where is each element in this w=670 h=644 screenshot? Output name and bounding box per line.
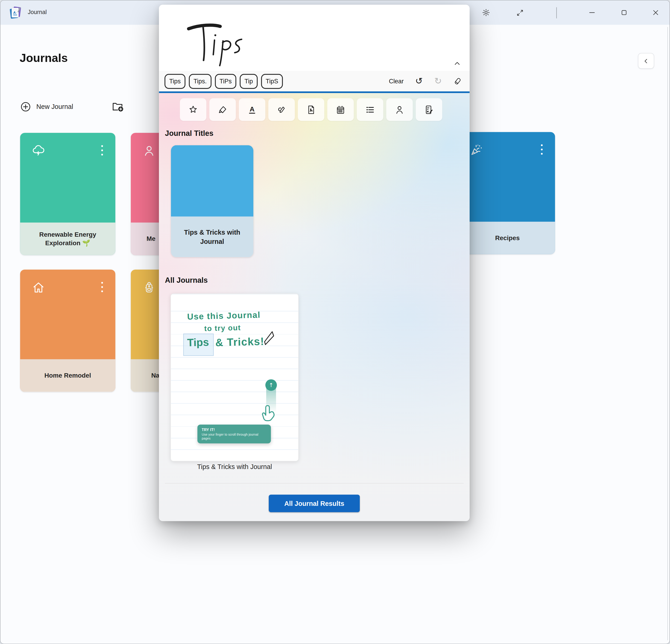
journal-app-window: Journal Journals New Journal (0, 0, 670, 644)
suggestion-chip[interactable]: TipS (261, 74, 283, 88)
text-filter-button[interactable]: A (239, 98, 265, 121)
section-heading-journal-titles: Journal Titles (165, 129, 214, 138)
page-title: Journals (19, 52, 68, 65)
backpack-icon (142, 281, 156, 294)
journal-page-result-preview[interactable]: Use this Journal to try out Tips & Trick… (171, 293, 299, 462)
suggestion-chip[interactable]: TiPs (215, 74, 237, 88)
new-journal-label: New Journal (36, 103, 73, 110)
accent-divider (159, 92, 470, 93)
handwriting-input-area[interactable]: Tips (159, 4, 470, 71)
new-journal-button[interactable]: New Journal (20, 101, 73, 112)
up-arrow-icon: ↑ (269, 382, 273, 388)
suggestion-chip[interactable]: Tips (164, 74, 185, 88)
page-handwriting-line2: to try out (204, 323, 241, 333)
text-icon: A (249, 105, 255, 114)
calendar-filter-button[interactable] (327, 98, 354, 121)
highlighter-filter-button[interactable] (209, 98, 236, 121)
pdf-file-icon (306, 105, 316, 115)
person-icon (142, 144, 156, 157)
handwriting-search-overlay: Tips Tips Tips. TiPs Tip TipS Clear (159, 4, 470, 521)
titlebar-divider (556, 8, 557, 18)
eraser-icon[interactable] (453, 77, 462, 85)
search-results-area: A (159, 93, 470, 521)
chevron-left-icon (643, 57, 649, 65)
redo-icon: ↻ (434, 77, 442, 86)
notes-pen-icon (424, 105, 434, 115)
scroll-up-indicator: ↑ (265, 379, 277, 391)
suggestion-chip[interactable]: Tips. (189, 74, 212, 88)
results-divider (165, 483, 464, 483)
tooltip-body: Use your finger to scroll through journa… (202, 433, 267, 440)
highlighter-icon (217, 105, 228, 115)
bulleted-list-icon (365, 105, 375, 115)
search-match-word: Tips (187, 336, 209, 349)
pointing-hand-icon (261, 404, 279, 426)
card-menu-kebab-icon[interactable] (539, 143, 545, 156)
page-handwriting-line1: Use this Journal (187, 310, 260, 321)
handwritten-query-ink (184, 19, 261, 67)
journal-card-label: Renewable Energy Exploration 🌱 (20, 223, 116, 255)
journal-app-icon (9, 6, 22, 19)
corrections-filter-button[interactable] (416, 98, 442, 121)
collapse-panel-chevron-left-button[interactable] (638, 53, 654, 69)
journal-title-result-label: Tips & Tricks with Journal (171, 217, 253, 257)
maximize-button[interactable] (616, 0, 631, 25)
people-filter-button[interactable] (386, 98, 413, 121)
close-button[interactable] (648, 0, 663, 25)
journal-title-result-cover (171, 145, 253, 217)
card-menu-kebab-icon[interactable] (99, 144, 105, 157)
new-folder-icon[interactable] (111, 100, 124, 113)
window-scrollbar[interactable] (667, 27, 668, 640)
journal-title-result-card[interactable]: Tips & Tricks with Journal (171, 145, 253, 257)
cloud-lightning-icon (31, 144, 45, 157)
undo-icon[interactable]: ↺ (415, 77, 423, 86)
celebration-icon (470, 143, 483, 156)
home-icon (31, 281, 45, 294)
chevron-up-icon (453, 60, 461, 67)
suggestion-chip[interactable]: Tip (240, 74, 257, 88)
calendar-icon (335, 105, 346, 115)
fullscreen-expand-icon[interactable] (512, 0, 528, 25)
person-icon (394, 105, 405, 115)
search-filter-toolbar: A (180, 98, 442, 121)
page-result-caption: Tips & Tricks with Journal (171, 463, 299, 471)
journal-card-label: Recipes (460, 222, 555, 254)
ink-filter-button[interactable] (268, 98, 295, 121)
try-it-tooltip: TRY IT! Use your finger to scroll throug… (197, 425, 271, 443)
page-handwriting-line3: & Tricks! (215, 335, 264, 348)
app-title: Journal (28, 9, 47, 15)
journal-card-renewable-energy[interactable]: Renewable Energy Exploration 🌱 (20, 133, 116, 255)
collapse-overlay-button[interactable] (451, 57, 464, 70)
tooltip-title: TRY IT! (202, 427, 267, 432)
list-filter-button[interactable] (357, 98, 383, 121)
suggestion-bar: Tips Tips. TiPs Tip TipS Clear ↺ ↻ (159, 71, 470, 92)
ink-pen-icon (277, 105, 287, 115)
plus-circle-icon (20, 101, 31, 112)
card-menu-kebab-icon[interactable] (99, 281, 105, 293)
settings-gear-icon[interactable] (478, 0, 494, 25)
pdf-filter-button[interactable] (298, 98, 324, 121)
journal-card-label: Home Remodel (20, 359, 116, 392)
all-journal-results-button[interactable]: All Journal Results (269, 495, 360, 512)
section-heading-all-journals: All Journals (165, 276, 208, 285)
journal-card-home-remodel[interactable]: Home Remodel (20, 270, 116, 392)
journal-card-recipes[interactable]: Recipes (460, 132, 555, 254)
clear-button[interactable]: Clear (389, 78, 403, 85)
favorites-filter-button[interactable] (180, 98, 206, 121)
star-icon (188, 105, 198, 115)
minimize-button[interactable] (584, 0, 600, 25)
